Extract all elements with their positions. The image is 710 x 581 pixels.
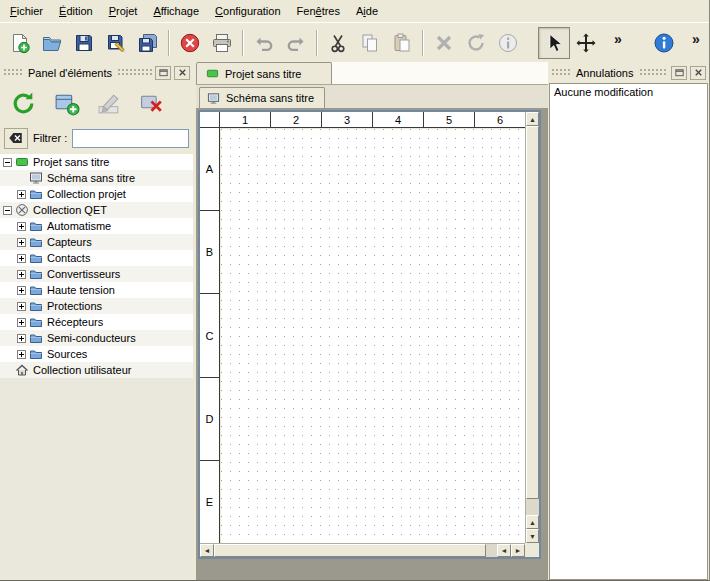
info-gray-icon xyxy=(497,32,519,54)
tree-item-convertisseurs[interactable]: Convertisseurs xyxy=(0,266,193,282)
filter-input[interactable] xyxy=(72,129,189,148)
expander-minus-icon[interactable] xyxy=(3,206,12,215)
tree-item-collection-utilisateur[interactable]: Collection utilisateur xyxy=(0,362,193,378)
tree-item-automatisme[interactable]: Automatisme xyxy=(0,218,193,234)
toolbar-separator xyxy=(168,30,170,56)
save-button[interactable] xyxy=(68,27,100,59)
tree-item-label: Collection projet xyxy=(47,188,126,200)
dock-grip[interactable] xyxy=(551,68,571,77)
tree-item-protections[interactable]: Protections xyxy=(0,298,193,314)
horizontal-scrollbar[interactable]: ◄ ◄ ► xyxy=(200,543,525,557)
tab-project[interactable]: Projet sans titre xyxy=(196,62,332,84)
menu-configuration[interactable]: Configuration xyxy=(207,1,288,21)
close-undo-panel-button[interactable] xyxy=(690,66,706,80)
expander-plus-icon[interactable] xyxy=(17,254,26,263)
expander-plus-icon[interactable] xyxy=(17,350,26,359)
scroll-left-button-2[interactable]: ◄ xyxy=(497,544,511,557)
about-qet-button[interactable] xyxy=(648,27,680,59)
menu-edition[interactable]: Édition xyxy=(51,1,101,21)
tree-item-capteurs[interactable]: Capteurs xyxy=(0,234,193,250)
tree-item-contacts[interactable]: Contacts xyxy=(0,250,193,266)
column-label: 3 xyxy=(322,112,373,127)
expander-plus-icon[interactable] xyxy=(17,222,26,231)
expander-plus-icon[interactable] xyxy=(17,334,26,343)
pan-mode-button[interactable] xyxy=(570,27,602,59)
menu-projet[interactable]: Projet xyxy=(101,1,146,21)
horizontal-scroll-thumb[interactable] xyxy=(214,544,486,557)
menu-affichage[interactable]: Affichage xyxy=(145,1,207,21)
cut-button[interactable] xyxy=(322,27,354,59)
undo-panel-header: Annulations xyxy=(549,64,708,81)
vertical-scroll-track[interactable] xyxy=(526,126,539,515)
toolbar-extension-button-2[interactable]: » xyxy=(680,27,710,59)
tree-item-collection-qet[interactable]: Collection QET xyxy=(0,202,193,218)
row-label: B xyxy=(200,211,219,294)
close-icon xyxy=(177,67,188,78)
column-label: 4 xyxy=(373,112,424,127)
expander-plus-icon[interactable] xyxy=(17,318,26,327)
close-panel-button[interactable] xyxy=(174,66,190,80)
scroll-down-button[interactable]: ▼ xyxy=(526,529,539,543)
scroll-up-button-2[interactable]: ▲ xyxy=(526,515,539,529)
elements-panel: Panel d'éléments » Filtrer : Projet sans… xyxy=(0,62,193,580)
save-all-button[interactable] xyxy=(132,27,164,59)
paste-icon xyxy=(391,32,413,54)
horizontal-scroll-track[interactable] xyxy=(214,544,497,557)
dock-grip[interactable] xyxy=(639,68,669,77)
menu-aide[interactable]: Aide xyxy=(348,1,386,21)
dock-grip[interactable] xyxy=(3,68,23,77)
vertical-scrollbar[interactable]: ▲ ▲ ▼ xyxy=(525,112,539,543)
clear-filter-button[interactable] xyxy=(4,128,28,149)
column-label: 1 xyxy=(220,112,271,127)
tree-item-schema-sans-titre[interactable]: Schéma sans titre xyxy=(0,170,193,186)
tree-item-label: Collection utilisateur xyxy=(33,364,131,376)
undo-button xyxy=(248,27,280,59)
expander-plus-icon[interactable] xyxy=(17,238,26,247)
save-as-button[interactable] xyxy=(100,27,132,59)
open-file-button[interactable] xyxy=(36,27,68,59)
schema-canvas[interactable] xyxy=(221,129,525,543)
scroll-right-button[interactable]: ► xyxy=(511,544,525,557)
tree-item-recepteurs[interactable]: Récepteurs xyxy=(0,314,193,330)
scroll-up-button[interactable]: ▲ xyxy=(526,112,539,126)
expander-minus-icon[interactable] xyxy=(3,158,12,167)
reload-collections-button[interactable] xyxy=(5,85,41,121)
tree-item-projet-sans-titre[interactable]: Projet sans titre xyxy=(0,154,193,170)
menu-fichier[interactable]: Fichier xyxy=(2,1,51,21)
dock-grip[interactable] xyxy=(117,68,152,77)
folder-blue-icon xyxy=(29,331,43,345)
delete-element-button[interactable] xyxy=(134,85,170,121)
vertical-scroll-thumb[interactable] xyxy=(526,126,539,499)
elements-panel-title: Panel d'éléments xyxy=(26,67,114,79)
expander-plus-icon[interactable] xyxy=(17,190,26,199)
menu-fenetres[interactable]: Fenêtres xyxy=(289,1,348,21)
close-file-button[interactable] xyxy=(174,27,206,59)
select-mode-button[interactable] xyxy=(538,27,570,59)
print-button[interactable] xyxy=(206,27,238,59)
paste-button xyxy=(386,27,418,59)
scrollbar-corner xyxy=(525,543,539,557)
project-tab-bar: Projet sans titre xyxy=(196,62,548,85)
toolbar-extension-button[interactable]: » xyxy=(602,27,634,59)
tree-item-semi-conducteurs[interactable]: Semi-conducteurs xyxy=(0,330,193,346)
undo-empty-text: Aucune modification xyxy=(554,86,703,98)
tree-item-label: Haute tension xyxy=(47,284,115,296)
expander-plus-icon[interactable] xyxy=(17,270,26,279)
rotate-button xyxy=(460,27,492,59)
tree-item-haute-tension[interactable]: Haute tension xyxy=(0,282,193,298)
undo-list: Aucune modification xyxy=(549,83,708,580)
expander-plus-icon[interactable] xyxy=(17,302,26,311)
expander-plus-icon[interactable] xyxy=(17,286,26,295)
tab-schema[interactable]: Schéma sans titre xyxy=(199,87,325,108)
new-file-button[interactable] xyxy=(4,27,36,59)
filter-row: Filtrer : xyxy=(0,125,193,151)
mdi-viewport: 123456 ABCDE ▲ ▲ ▼ ◄ ◄ ► xyxy=(196,108,548,580)
float-panel-button[interactable] xyxy=(155,66,171,80)
new-element-button[interactable] xyxy=(48,85,84,121)
tree-item-collection-projet[interactable]: Collection projet xyxy=(0,186,193,202)
tree-item-sources[interactable]: Sources xyxy=(0,346,193,362)
scroll-left-button[interactable]: ◄ xyxy=(200,544,214,557)
float-undo-panel-button[interactable] xyxy=(671,66,687,80)
folder-blue-icon xyxy=(29,315,43,329)
elements-toolbar: » xyxy=(0,81,193,125)
